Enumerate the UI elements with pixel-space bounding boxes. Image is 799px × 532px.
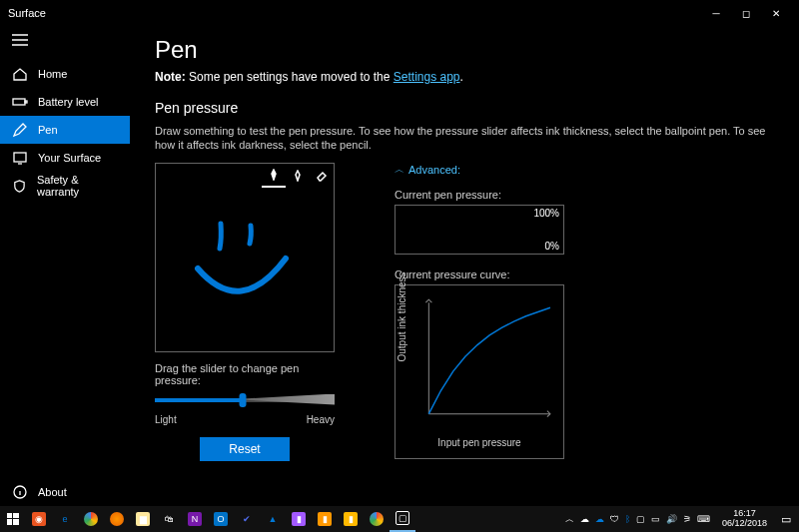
taskbar-app-figma[interactable]: ▮: [286, 506, 312, 532]
minimize-button[interactable]: ─: [701, 0, 731, 26]
taskbar-app-generic1[interactable]: ▮: [338, 506, 364, 532]
taskbar-app-onenote[interactable]: N: [182, 506, 208, 532]
taskbar-app-todo[interactable]: ✔: [234, 506, 260, 532]
slider-max-label: Heavy: [307, 414, 335, 425]
pencil-tool[interactable]: [286, 164, 310, 188]
tray-wifi-icon[interactable]: ⚞: [683, 514, 691, 524]
svg-rect-0: [13, 99, 25, 105]
sidebar-item-label: Home: [38, 68, 67, 80]
taskbar-app-sublime[interactable]: ▮: [312, 506, 338, 532]
tray-cloud-icon[interactable]: ☁: [595, 514, 604, 524]
svg-rect-8: [7, 519, 12, 525]
info-icon: [12, 484, 28, 500]
taskbar-app-explorer[interactable]: ▆: [130, 506, 156, 532]
section-title: Pen pressure: [155, 100, 774, 116]
chevron-up-icon: ︿: [395, 163, 404, 177]
taskbar-app-surface[interactable]: ▢: [390, 506, 415, 532]
svg-rect-6: [7, 513, 12, 518]
system-tray[interactable]: ︿ ☁ ☁ 🛡 ᛒ ▢ ▭ 🔊 ⚞ ⌨: [559, 513, 716, 526]
tray-security-icon[interactable]: 🛡: [610, 514, 619, 524]
curve-svg: [403, 293, 555, 433]
slider-label: Drag the slider to change pen pressure:: [155, 362, 335, 386]
pressure-readout: 100% 0%: [395, 205, 564, 255]
note-text: Note: Some pen settings have moved to th…: [155, 70, 774, 84]
svg-rect-9: [13, 519, 19, 525]
eraser-tool[interactable]: [310, 164, 334, 188]
ballpoint-pen-tool[interactable]: [262, 164, 286, 188]
sidebar-item-label: Safety & warranty: [37, 174, 118, 198]
pressure-label: Current pen pressure:: [395, 189, 774, 201]
reset-button[interactable]: Reset: [200, 437, 290, 461]
sidebar-item-safety[interactable]: Safety & warranty: [0, 172, 130, 200]
sidebar-item-label: About: [38, 486, 67, 498]
curve-ylabel: Output ink thickness: [397, 272, 407, 362]
tray-language-icon[interactable]: ⌨: [697, 514, 710, 524]
tray-chevron-icon[interactable]: ︿: [565, 513, 574, 526]
battery-icon: [12, 94, 28, 110]
sidebar: Home Battery level Pen Your Surface Safe…: [0, 26, 130, 506]
pressure-min: 0%: [545, 241, 559, 252]
pressure-slider[interactable]: [155, 392, 335, 412]
sidebar-item-home[interactable]: Home: [0, 60, 130, 88]
tray-volume-icon[interactable]: 🔊: [666, 514, 677, 524]
sidebar-item-pen[interactable]: Pen: [0, 116, 130, 144]
advanced-label: Advanced:: [408, 164, 460, 176]
home-icon: [12, 66, 28, 82]
shield-icon: [12, 178, 27, 194]
taskbar: ◉ e ▆ 🛍 N O ✔ ▲ ▮ ▮ ▮ ▢ ︿ ☁ ☁ 🛡 ᛒ ▢ ▭ 🔊 …: [0, 506, 799, 532]
note-prefix: Note:: [155, 70, 186, 84]
taskbar-app-firefox[interactable]: [104, 506, 130, 532]
taskbar-clock[interactable]: 16:17 06/12/2018: [716, 509, 773, 529]
tray-surface-icon[interactable]: ▢: [636, 514, 645, 524]
window-title: Surface: [8, 7, 46, 19]
slider-thumb[interactable]: [240, 393, 247, 407]
device-icon: [12, 150, 28, 166]
maximize-button[interactable]: ◻: [731, 0, 761, 26]
sidebar-item-battery[interactable]: Battery level: [0, 88, 130, 116]
main-content: Pen Note: Some pen settings have moved t…: [130, 26, 799, 506]
taskbar-app-store[interactable]: 🛍: [156, 506, 182, 532]
slider-min-label: Light: [155, 414, 177, 425]
svg-rect-7: [13, 513, 19, 518]
taskbar-app-chrome[interactable]: [78, 506, 104, 532]
close-button[interactable]: ✕: [761, 0, 791, 26]
tray-battery-icon[interactable]: ▭: [651, 514, 660, 524]
action-center-button[interactable]: ▭: [773, 506, 799, 532]
taskbar-app-ubuntu[interactable]: ◉: [26, 506, 52, 532]
curve-xlabel: Input pen pressure: [403, 437, 555, 448]
pen-icon: [12, 122, 28, 138]
sidebar-item-about[interactable]: About: [0, 478, 130, 506]
settings-app-link[interactable]: Settings app: [394, 70, 460, 84]
pressure-max: 100%: [533, 208, 559, 219]
taskbar-app-edge[interactable]: e: [52, 506, 78, 532]
page-title: Pen: [155, 36, 774, 64]
sidebar-item-label: Pen: [38, 124, 58, 136]
svg-rect-2: [14, 153, 26, 162]
svg-rect-1: [25, 101, 27, 103]
start-button[interactable]: [0, 506, 26, 532]
taskbar-app-azure[interactable]: ▲: [260, 506, 286, 532]
taskbar-app-outlook[interactable]: O: [208, 506, 234, 532]
taskbar-app-chrome2[interactable]: [364, 506, 390, 532]
curve-label: Current pressure curve:: [395, 268, 774, 280]
canvas-toolbar: [262, 164, 334, 188]
tray-onedrive-icon[interactable]: ☁: [580, 514, 589, 524]
sidebar-item-your-surface[interactable]: Your Surface: [0, 144, 130, 172]
sidebar-item-label: Your Surface: [38, 152, 101, 164]
hamburger-icon: [12, 34, 28, 46]
advanced-expander[interactable]: ︿ Advanced:: [395, 163, 774, 177]
title-bar: Surface ─ ◻ ✕: [0, 0, 799, 26]
instructions-text: Draw something to test the pen pressure.…: [155, 124, 774, 153]
tray-bluetooth-icon[interactable]: ᛒ: [625, 514, 630, 524]
drawing-canvas[interactable]: [155, 163, 335, 352]
sidebar-item-label: Battery level: [38, 96, 99, 108]
drawing-smiley: [186, 214, 306, 333]
hamburger-button[interactable]: [0, 26, 130, 54]
pressure-curve-chart: Output ink thickness Input pen pressure: [395, 284, 564, 459]
